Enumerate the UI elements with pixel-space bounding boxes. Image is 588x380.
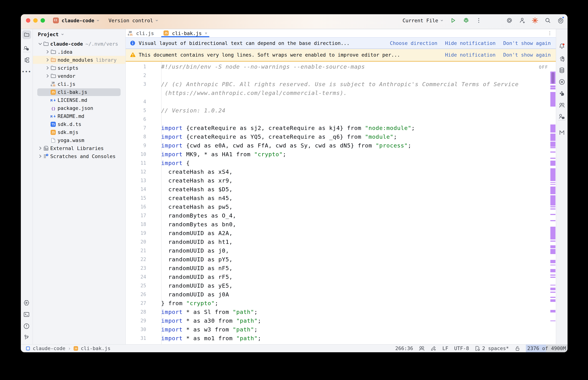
indent-widget[interactable]: 2 spaces* [475, 345, 509, 351]
code-line-27: 27} from "crypto"; [125, 299, 549, 307]
scratch-icon [43, 153, 49, 159]
breadcrumb-label[interactable]: claude-code [33, 345, 65, 351]
banner-link[interactable]: Hide notification [445, 40, 496, 46]
code-line-wrap: (https://www.anthropic.com/legal/commerc… [125, 89, 549, 97]
zoom-window-button[interactable] [41, 18, 45, 22]
info-icon [130, 40, 135, 46]
line-ending-widget[interactable]: LF [442, 345, 448, 351]
file-icon [50, 137, 56, 143]
code-line-13: 13 createHash as xr9, [125, 176, 549, 185]
project-menu[interactable]: claude-code [61, 17, 100, 23]
dual-face-icon[interactable] [419, 345, 425, 351]
banner-link[interactable]: Don't show again [503, 52, 551, 58]
ai-assistant-icon[interactable] [532, 17, 538, 23]
add-user-icon[interactable] [519, 17, 526, 23]
more-actions-icon[interactable] [475, 17, 482, 23]
code-line-20: 20 randomUUID as ht1, [125, 237, 549, 246]
svg-text:10: 10 [51, 81, 54, 84]
lock-icon[interactable] [515, 345, 520, 351]
run-configuration-selector[interactable]: Current File [403, 17, 444, 23]
more-toolwindows-button[interactable]: ••• [22, 67, 31, 76]
collab-toolwindow-button[interactable] [557, 101, 566, 110]
svg-text:?: ? [27, 48, 28, 50]
notifications-button[interactable] [557, 42, 566, 50]
search-everywhere-icon[interactable] [545, 17, 551, 23]
highlighting-level-widget[interactable]: OFF [539, 64, 548, 70]
folder-icon [43, 41, 49, 47]
terminal-toolwindow-button[interactable] [22, 310, 31, 319]
debug-icon[interactable] [463, 17, 469, 23]
ai-assistant-toolwindow-button[interactable] [557, 55, 566, 63]
tree-item-cli-bak-js[interactable]: JScli-bak.js [33, 88, 125, 96]
tab-options-icon[interactable]: ⋮ [547, 31, 552, 36]
chevron-right-icon[interactable] [37, 153, 43, 159]
tree-item-readme-md[interactable]: MREADME.md [33, 112, 125, 120]
encoding-widget[interactable]: UTF-8 [454, 345, 469, 351]
tree-item--idea[interactable]: .idea [33, 48, 125, 56]
memory-indicator[interactable]: 2376 of 4900M [526, 344, 568, 352]
chevron-right-icon[interactable] [44, 49, 50, 55]
chevron-right-icon[interactable] [37, 145, 43, 151]
tree-item-claude-code[interactable]: claude-code~/.nvm/vers [33, 40, 125, 48]
git-toolwindow-button[interactable] [22, 333, 31, 342]
tab-cli-bak-js[interactable]: JScli-bak.js× [161, 29, 210, 37]
folder-icon [50, 73, 56, 79]
problems-toolwindow-button[interactable] [22, 322, 31, 331]
database-toolwindow-button[interactable] [557, 66, 566, 75]
editor[interactable]: 1#!/usr/bin/env -S node --no-warnings --… [125, 61, 556, 344]
project-toolwindow-button[interactable] [22, 30, 31, 39]
folder-orange-icon [50, 57, 56, 63]
svg-text:{}: {} [51, 106, 55, 111]
structure-toolwindow-button[interactable] [22, 56, 31, 64]
code-line-2: 2 [125, 71, 549, 80]
chat-toolwindow-button[interactable] [557, 112, 566, 121]
banner-link[interactable]: Hide notification [445, 52, 496, 58]
project-panel-header[interactable]: Project [33, 30, 125, 38]
x-plugin-toolwindow-button[interactable] [557, 77, 566, 86]
run-toolwindow-button[interactable] [22, 298, 31, 307]
plugin-toolwindow-button[interactable] [557, 89, 566, 98]
vcs-menu[interactable]: Version control [109, 17, 159, 23]
chevron-right-icon[interactable] [44, 65, 50, 71]
chevron-right-icon[interactable] [44, 73, 50, 79]
js-icon: JS [73, 346, 78, 351]
js-icon: JS [50, 89, 56, 95]
breadcrumb-label[interactable]: cli-bak.js [81, 345, 111, 351]
run-icon[interactable] [450, 17, 456, 23]
settings-icon[interactable] [557, 17, 564, 23]
caret-position-widget[interactable]: 266:36 [395, 345, 413, 351]
code-line-28: 28import * as Sl from "path"; [125, 307, 549, 316]
tab-cli-js[interactable]: 100JScli.js [127, 29, 161, 37]
tree-item-external-libraries[interactable]: External Libraries [33, 144, 125, 152]
tree-item-package-json[interactable]: {}package.json [33, 104, 125, 112]
banner-link[interactable]: Don't show again [503, 40, 551, 46]
tree-item-vendor[interactable]: vendor [33, 72, 125, 80]
mentions-icon[interactable] [506, 17, 513, 23]
minimize-window-button[interactable] [33, 18, 38, 22]
code-line-31: 31import * as mo1 from "path"; [125, 334, 549, 342]
tree-item-yoga-wasm[interactable]: yoga.wasm [33, 136, 125, 144]
code-line-11: 11import { [125, 159, 549, 167]
project-icon[interactable]: CC [53, 17, 59, 23]
breadcrumbs[interactable]: claude-code›JScli-bak.js [25, 345, 111, 351]
tree-item-license-md[interactable]: MLICENSE.md [33, 96, 125, 104]
commit-toolwindow-button[interactable]: ? [22, 44, 31, 53]
right-toolwindow-stripe [556, 29, 568, 344]
md-icon: M [50, 97, 56, 103]
tree-item-cli-js[interactable]: 100JScli.js [33, 80, 125, 88]
error-stripe[interactable] [550, 61, 555, 344]
tree-item-sdk-d-ts[interactable]: TSsdk.d.ts [33, 120, 125, 128]
svg-text:JS: JS [74, 347, 77, 350]
banner-link[interactable]: Choose direction [390, 40, 437, 46]
chevron-down-icon[interactable] [37, 41, 43, 47]
tree-item-node-modules[interactable]: node_moduleslibrary [33, 56, 125, 64]
tree-item-scratches-and-consoles[interactable]: Scratches and Consoles [33, 152, 125, 160]
tree-item-sdk-mjs[interactable]: JSsdk.mjs [33, 128, 125, 136]
close-tab-icon[interactable]: × [205, 31, 207, 36]
close-window-button[interactable] [26, 18, 30, 22]
chevron-right-icon[interactable] [44, 57, 50, 63]
svg-text:M: M [50, 98, 52, 102]
markdown-toolwindow-button[interactable] [557, 128, 566, 137]
tree-item-scripts[interactable]: scripts [33, 64, 125, 72]
pen-slash-icon[interactable] [431, 345, 437, 351]
